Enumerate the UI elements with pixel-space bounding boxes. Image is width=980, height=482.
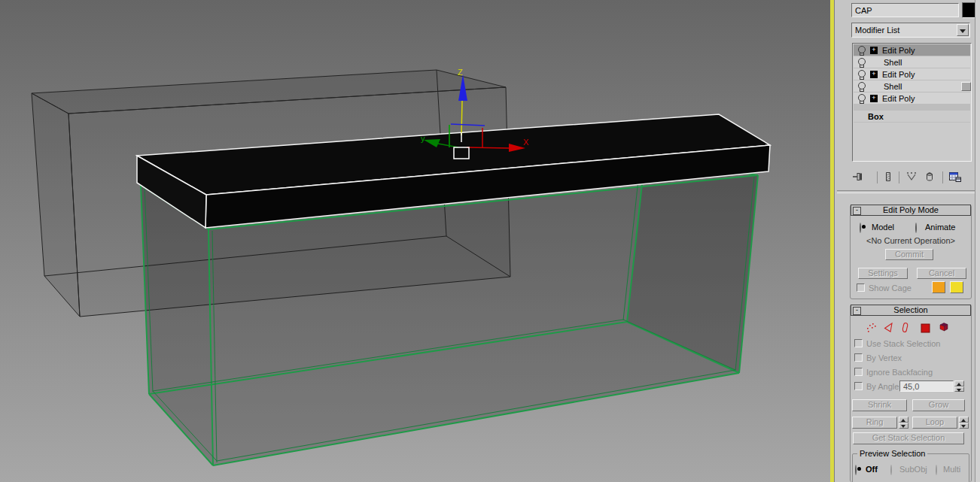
by-vertex-checkbox[interactable] bbox=[854, 353, 863, 362]
ring-spinner[interactable] bbox=[899, 417, 908, 429]
stack-row-edit-poly[interactable]: Edit Poly bbox=[854, 68, 970, 80]
by-angle-checkbox[interactable] bbox=[854, 382, 863, 390]
modifier-stack-list: Edit Poly Shell Edit Poly Shell Edit Pol… bbox=[852, 43, 972, 162]
modifier-list-label: Modifier List bbox=[855, 26, 899, 35]
rollout-title: Edit Poly Mode bbox=[883, 205, 939, 214]
stack-toolbar bbox=[852, 170, 972, 183]
cage-color-swatch-1[interactable] bbox=[932, 281, 945, 293]
by-angle-spinner[interactable] bbox=[954, 380, 964, 392]
stack-row-label: Edit Poly bbox=[882, 70, 915, 79]
preview-off-radio[interactable] bbox=[855, 465, 857, 475]
by-angle-label: By Angle: bbox=[866, 382, 901, 391]
edge-mode-icon[interactable] bbox=[883, 322, 894, 335]
pin-stack-icon[interactable] bbox=[852, 171, 864, 184]
collapse-icon[interactable] bbox=[853, 307, 861, 315]
stack-row-shell[interactable]: Shell bbox=[854, 80, 970, 92]
perspective-viewport[interactable]: ZXy bbox=[0, 0, 830, 482]
stack-row-shell[interactable]: Shell bbox=[854, 56, 970, 68]
show-cage-checkbox[interactable] bbox=[857, 283, 865, 292]
toolbar-separator bbox=[899, 171, 899, 183]
expand-plus-icon[interactable] bbox=[870, 47, 878, 54]
element-mode-icon[interactable] bbox=[937, 321, 949, 335]
application-window: ZXy Modifier List Edit Poly Shell bbox=[0, 0, 980, 482]
stack-row-label: Shell bbox=[884, 82, 902, 91]
remove-modifier-icon[interactable] bbox=[924, 171, 936, 184]
rollout-title: Selection bbox=[893, 305, 927, 314]
grow-button[interactable]: Grow bbox=[912, 399, 965, 411]
make-unique-icon[interactable] bbox=[905, 171, 918, 184]
use-stack-selection-label: Use Stack Selection bbox=[866, 339, 940, 348]
stack-row-edit-poly[interactable]: Edit Poly bbox=[854, 44, 970, 56]
gizmo-x-axis-line[interactable] bbox=[467, 147, 509, 148]
animate-radio[interactable] bbox=[915, 223, 917, 233]
bulb-icon[interactable] bbox=[858, 82, 866, 89]
preview-multi-radio[interactable] bbox=[936, 465, 937, 475]
gizmo-z-axis-line[interactable] bbox=[461, 101, 462, 135]
stack-divider bbox=[854, 105, 970, 111]
expand-plus-icon[interactable] bbox=[870, 71, 878, 78]
loop-spinner[interactable] bbox=[959, 417, 969, 429]
loop-button[interactable]: Loop bbox=[912, 417, 957, 429]
model-radio[interactable] bbox=[860, 223, 861, 233]
preview-subobj-radio[interactable] bbox=[890, 465, 892, 475]
scene-svg: ZXy bbox=[0, 0, 830, 482]
current-operation-label: <No Current Operation> bbox=[851, 236, 971, 245]
shell-box-left-face bbox=[141, 185, 213, 465]
rollout-header-selection[interactable]: Selection bbox=[851, 305, 971, 316]
cancel-button[interactable]: Cancel bbox=[917, 268, 966, 279]
preview-multi-label: Multi bbox=[943, 465, 960, 474]
model-radio-label: Model bbox=[872, 223, 894, 232]
stack-row-label: Edit Poly bbox=[882, 46, 915, 55]
ring-button[interactable]: Ring bbox=[852, 417, 897, 429]
bulb-icon[interactable] bbox=[858, 58, 866, 65]
show-end-result-icon[interactable] bbox=[882, 171, 894, 184]
preview-subobj-label: SubObj bbox=[899, 465, 927, 474]
rollout-header-edit-poly-mode[interactable]: Edit Poly Mode bbox=[851, 205, 971, 216]
command-panel: Modifier List Edit Poly Shell Edit Poly … bbox=[834, 0, 980, 482]
toolbar-separator bbox=[877, 171, 878, 183]
animate-radio-label: Animate bbox=[925, 223, 955, 232]
bulb-icon[interactable] bbox=[858, 94, 866, 102]
bulb-icon[interactable] bbox=[858, 46, 866, 53]
use-stack-selection-checkbox[interactable] bbox=[854, 339, 863, 347]
stack-row-box[interactable]: Box bbox=[854, 111, 970, 123]
border-mode-icon[interactable] bbox=[899, 322, 911, 335]
show-cage-label: Show Cage bbox=[869, 283, 912, 293]
ignore-backfacing-label: Ignore Backfacing bbox=[866, 368, 933, 377]
gizmo-y-label: y bbox=[421, 134, 425, 143]
stack-row-label: Shell bbox=[884, 58, 902, 67]
settings-button[interactable]: Settings bbox=[858, 268, 908, 279]
modifier-swatch[interactable] bbox=[961, 82, 971, 91]
stack-row-label: Box bbox=[868, 112, 884, 121]
panel-scrollbar[interactable] bbox=[975, 0, 980, 482]
stack-row-edit-poly[interactable]: Edit Poly bbox=[854, 92, 970, 105]
by-vertex-label: By Vertex bbox=[866, 353, 902, 362]
panel-separator bbox=[837, 190, 977, 193]
ignore-backfacing-checkbox[interactable] bbox=[854, 368, 863, 376]
object-name-field[interactable] bbox=[851, 3, 959, 17]
modifier-list-dropdown[interactable]: Modifier List bbox=[851, 23, 970, 38]
bulb-icon[interactable] bbox=[858, 70, 866, 77]
shrink-button[interactable]: Shrink bbox=[852, 399, 907, 411]
vertex-mode-icon[interactable] bbox=[866, 322, 877, 335]
commit-button[interactable]: Commit bbox=[885, 249, 933, 260]
configure-modifier-sets-icon[interactable] bbox=[948, 171, 962, 184]
gizmo-x-label: X bbox=[523, 138, 529, 147]
edit-poly-mode-rollout: Edit Poly Mode Model Animate <No Current… bbox=[850, 205, 972, 299]
polygon-mode-icon[interactable] bbox=[920, 322, 931, 335]
preview-selection-group: Preview Selection Off SubObj Multi bbox=[852, 453, 969, 482]
preview-off-label: Off bbox=[866, 465, 878, 474]
get-stack-selection-button[interactable]: Get Stack Selection bbox=[853, 432, 964, 444]
gizmo-z-label: Z bbox=[458, 68, 463, 77]
preview-selection-title: Preview Selection bbox=[857, 449, 927, 458]
by-angle-field[interactable] bbox=[899, 380, 954, 392]
cage-color-swatch-2[interactable] bbox=[950, 281, 963, 293]
chevron-down-icon[interactable] bbox=[957, 24, 969, 36]
stack-row-label: Edit Poly bbox=[882, 94, 915, 103]
collapse-icon[interactable] bbox=[853, 207, 861, 215]
toolbar-separator bbox=[942, 171, 943, 183]
expand-plus-icon[interactable] bbox=[870, 95, 878, 102]
selection-rollout: Selection Use Stack Selection By Verte bbox=[850, 305, 972, 482]
